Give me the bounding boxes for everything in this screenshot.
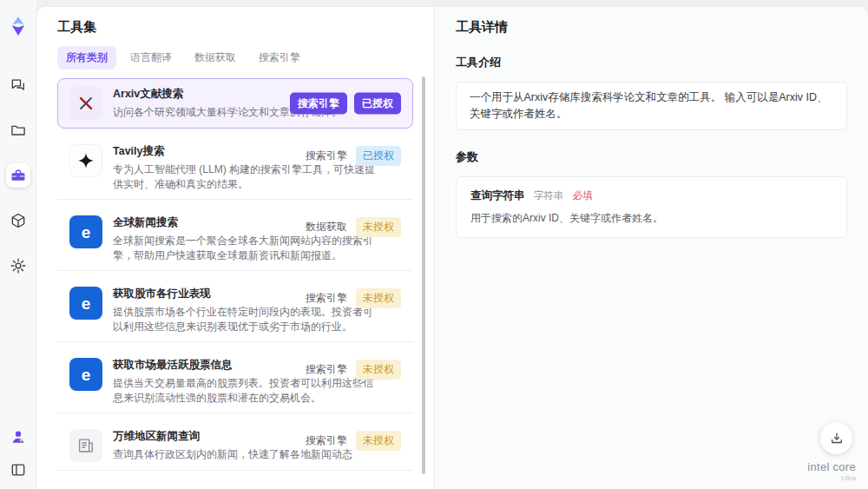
detail-title: 工具详情	[456, 19, 847, 36]
download-icon	[829, 431, 845, 446]
category-tabs: 所有类别语言翻译数据获取搜索引擎	[57, 46, 413, 69]
newspaper-icon	[69, 429, 102, 462]
tool-status-badge: 未授权	[356, 288, 401, 308]
tool-meta: 搜索引擎 已授权	[306, 146, 401, 166]
category-tab[interactable]: 搜索引擎	[250, 46, 309, 69]
arxiv-logo-icon	[69, 87, 102, 120]
collapse-panel-icon[interactable]	[6, 458, 30, 482]
tool-list-item[interactable]: e 获取市场最活跃股票信息 提供当天交易量最高的股票列表。投资者可以利用这些信息…	[57, 349, 413, 413]
tool-meta: 搜索引擎 未授权	[306, 288, 401, 308]
tool-list-item[interactable]: Arxiv文献搜索 访问各个研究领域大量科学论文和文章的存储库。 搜索引擎 已授…	[57, 78, 413, 129]
param-required-badge: 必填	[573, 190, 593, 201]
news-app-icon: e	[69, 215, 102, 248]
main-content: 工具集 所有类别语言翻译数据获取搜索引擎 Arxiv文献搜索 访问各个研究领域大…	[36, 7, 868, 489]
sidebar-nav	[6, 73, 30, 278]
sidebar-bottom	[6, 425, 30, 482]
tool-status-badge: 已授权	[356, 146, 401, 166]
tool-category-badge: 搜索引擎	[306, 149, 347, 163]
intel-brand-sub: Ultra	[807, 474, 856, 482]
tool-category-badge: 搜索引擎	[306, 291, 347, 306]
tool-list-panel: 工具集 所有类别语言翻译数据获取搜索引擎 Arxiv文献搜索 访问各个研究领域大…	[36, 7, 434, 489]
app-sidebar	[0, 0, 36, 489]
list-scrollbar[interactable]	[422, 76, 425, 474]
tool-meta: 搜索引擎 已授权	[290, 93, 401, 115]
intel-core-logo: intel core Ultra	[807, 461, 856, 482]
toolbox-nav-icon[interactable]	[6, 163, 30, 188]
tavily-star-icon	[69, 144, 102, 177]
stock-app-icon: e	[69, 287, 102, 320]
tool-description: 全球新闻搜索是一个聚合全球各大新闻网站内容的搜索引擎，帮助用户快速获取全球最新资…	[113, 234, 375, 262]
tool-list-item[interactable]: e 全球新闻搜索 全球新闻搜索是一个聚合全球各大新闻网站内容的搜索引擎，帮助用户…	[57, 207, 413, 271]
tool-category-badge: 搜索引擎	[306, 433, 347, 448]
settings-gear-icon[interactable]	[6, 254, 30, 278]
user-avatar-icon[interactable]	[6, 425, 30, 449]
category-tab[interactable]: 所有类别	[57, 46, 116, 69]
page-title: 工具集	[57, 19, 413, 36]
tool-status-badge: 已授权	[354, 93, 401, 115]
param-card: 查询字符串 字符串 必填 用于搜索的Arxiv ID、关键字或作者姓名。	[456, 176, 847, 238]
tool-description: 提供当天交易量最高的股票列表。投资者可以利用这些信息来识别流动性强的股票和潜在的…	[113, 376, 375, 405]
tool-description: 专为人工智能代理 (LLM) 构建的搜索引擎工具，可快速提供实时、准确和真实的结…	[113, 162, 375, 191]
param-type: 字符串	[534, 190, 564, 201]
intro-heading: 工具介绍	[456, 55, 847, 70]
tool-category-badge: 搜索引擎	[306, 362, 347, 377]
tool-list: Arxiv文献搜索 访问各个研究领域大量科学论文和文章的存储库。 搜索引擎 已授…	[57, 78, 413, 489]
tool-status-badge: 未授权	[356, 431, 401, 451]
tool-list-item[interactable]: e 获取股市各行业表现 提供股票市场各个行业在特定时间段内的表现。投资者可以利用…	[57, 278, 413, 342]
stock-app-icon: e	[69, 358, 102, 391]
intel-brand-text: intel core	[807, 461, 856, 474]
tool-meta: 数据获取 未授权	[306, 217, 401, 237]
param-name: 查询字符串	[470, 189, 525, 202]
chat-nav-icon[interactable]	[6, 73, 30, 97]
category-tab[interactable]: 数据获取	[186, 46, 245, 69]
download-button[interactable]	[820, 422, 852, 454]
tool-list-item[interactable]: Tavily搜索 专为人工智能代理 (LLM) 构建的搜索引擎工具，可快速提供实…	[57, 135, 413, 200]
tool-meta: 搜索引擎 未授权	[306, 360, 401, 380]
tool-status-badge: 未授权	[356, 360, 401, 380]
tool-status-badge: 未授权	[356, 217, 401, 237]
tool-list-item[interactable]: 万维地区新闻查询 查询具体行政区划内的新闻，快速了解各地新闻动态 搜索引擎 未授…	[57, 420, 413, 471]
param-description: 用于搜索的Arxiv ID、关键字或作者姓名。	[470, 211, 832, 226]
category-tab[interactable]: 语言翻译	[122, 46, 181, 69]
tool-category-badge: 搜索引擎	[290, 93, 347, 115]
tool-detail-panel: 工具详情 工具介绍 一个用于从Arxiv存储库搜索科学论文和文章的工具。 输入可…	[434, 7, 868, 489]
param-header: 查询字符串 字符串 必填	[470, 188, 832, 203]
intro-card: 一个用于从Arxiv存储库搜索科学论文和文章的工具。 输入可以是Arxiv ID…	[456, 82, 847, 130]
tool-description: 提供股票市场各个行业在特定时间段内的表现。投资者可以利用这些信息来识别表现优于或…	[113, 305, 375, 334]
folder-nav-icon[interactable]	[6, 118, 30, 142]
app-logo-icon[interactable]	[8, 16, 29, 36]
tool-meta: 搜索引擎 未授权	[306, 431, 401, 451]
params-heading: 参数	[456, 149, 847, 165]
tool-category-badge: 数据获取	[306, 220, 347, 235]
cube-nav-icon[interactable]	[6, 208, 30, 233]
